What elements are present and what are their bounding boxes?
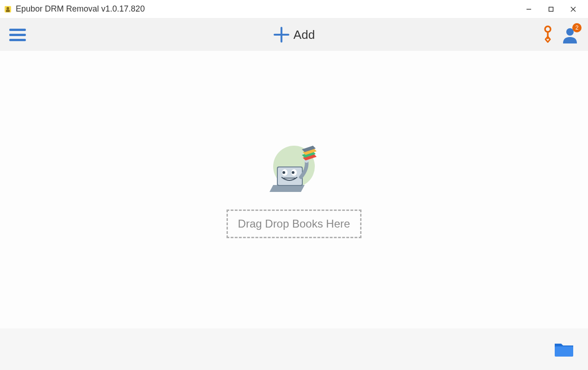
svg-rect-2: [6, 10, 10, 12]
svg-marker-11: [545, 37, 550, 42]
svg-point-1: [6, 7, 9, 10]
svg-rect-21: [555, 346, 573, 357]
drop-zone-text: Drag Drop Books Here: [238, 217, 350, 230]
main-toolbar: Add 2: [0, 18, 588, 51]
maximize-button[interactable]: [540, 0, 562, 18]
menu-button[interactable]: [9, 25, 28, 44]
window-controls: [518, 0, 584, 18]
hamburger-icon: [9, 29, 26, 31]
folder-icon: [554, 341, 574, 358]
close-button[interactable]: [562, 0, 584, 18]
key-icon: [542, 25, 554, 44]
svg-point-19: [292, 171, 294, 174]
window-titlebar: Epubor DRM Removal v1.0.17.820: [0, 0, 588, 18]
svg-rect-15: [278, 167, 302, 185]
svg-point-18: [282, 171, 285, 174]
minimize-button[interactable]: [518, 0, 540, 18]
svg-point-9: [545, 26, 551, 32]
plus-icon: [273, 26, 290, 43]
output-folder-button[interactable]: [554, 341, 574, 358]
add-button[interactable]: Add: [266, 23, 322, 47]
footer-bar: [0, 328, 588, 370]
app-icon: [4, 5, 12, 13]
key-button[interactable]: [542, 25, 554, 44]
notification-badge: 2: [572, 23, 582, 32]
add-button-label: Add: [294, 28, 315, 42]
drop-zone[interactable]: Drag Drop Books Here: [227, 210, 362, 238]
user-account-button[interactable]: 2: [561, 26, 579, 43]
mascot-illustration: [264, 141, 324, 203]
svg-rect-4: [549, 7, 553, 11]
window-title: Epubor DRM Removal v1.0.17.820: [16, 4, 518, 14]
main-content: Drag Drop Books Here: [0, 51, 588, 328]
